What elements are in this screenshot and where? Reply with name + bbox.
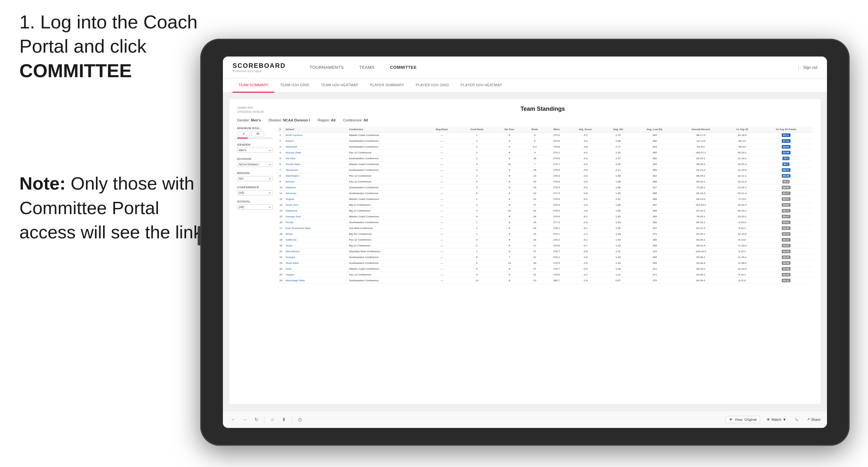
scoreboard-logo: SCOREBOARD Powered by clippd — [232, 62, 285, 73]
cell-avg-sg: 1.86 — [603, 185, 633, 191]
cell-conf-rank: 1 — [459, 249, 495, 254]
cell-wins: 277.0 — [546, 191, 567, 196]
cell-rnds: 4 — [524, 132, 546, 138]
cell-school: California — [284, 237, 348, 243]
cell-rank: 6 — [278, 161, 284, 167]
cell-adj-score: -3.8 — [567, 191, 603, 196]
cell-rank: 21 — [278, 249, 284, 254]
cell-overall: 100-27-1 — [677, 150, 725, 156]
table-header-row: # School Conference Reg Rank Conf Rank N… — [278, 127, 813, 132]
cell-avg-sg: 1.98 — [603, 173, 633, 179]
points-badge: 40.91 — [782, 244, 790, 247]
nav-committee[interactable]: COMMITTEE — [382, 57, 425, 79]
col-vs-top25: Vs Top 25 — [725, 127, 760, 132]
share-button[interactable]: ↗ Share — [807, 417, 820, 422]
table-row: 12 Virginia Atlantic Coast Conference — … — [278, 196, 813, 202]
table-row: 20 Texas Big 12 Conference — 2 8 27 279.… — [278, 243, 813, 249]
cell-wins: 279.2 — [546, 254, 567, 260]
tablet-container: SCOREBOARD Powered by clippd TOURNAMENTS… — [200, 39, 849, 446]
cell-avg-low: 266 — [633, 254, 676, 260]
cell-overall: 117-4-0 — [677, 138, 725, 144]
cell-rank: 16 — [278, 220, 284, 225]
cell-avg-low: 203 — [633, 144, 676, 150]
points-badge: 60.71 — [782, 191, 790, 195]
school-name: Arkansas — [285, 192, 296, 195]
school-name: Georgia Tech — [285, 215, 301, 218]
cell-school: North Carolina — [284, 132, 348, 138]
sign-out-link[interactable]: Sign out — [803, 65, 817, 70]
cell-rank: 18 — [278, 231, 284, 237]
cell-vs-top50: 48.42 — [759, 260, 813, 266]
cell-avg-sg: 1.98 — [603, 179, 633, 185]
filter-conference-select[interactable]: (All) ▼ — [237, 190, 273, 195]
col-reg-rank: Reg Rank — [425, 127, 459, 132]
sub-nav-player-summary[interactable]: PLAYER SUMMARY — [364, 79, 410, 93]
filter-gender-select[interactable]: Men's ▼ — [237, 148, 273, 153]
points-badge: 40.18 — [782, 273, 790, 276]
filter-slider-fill — [237, 137, 248, 138]
cell-overall: 90-32-2 — [677, 266, 725, 272]
school-name: Florida — [285, 221, 293, 224]
col-rank: # — [278, 127, 284, 132]
cell-conf-rank: 2 — [459, 161, 495, 167]
chevron-down-icon-4: ▼ — [269, 192, 271, 194]
filter-school-value: (All) — [239, 206, 244, 209]
watch-label: Watch — [771, 417, 781, 422]
nav-tournaments[interactable]: TOURNAMENTS — [302, 57, 351, 79]
cell-vs-top50: 42.98 — [759, 266, 813, 272]
update-time: Update time: 27/03/2024 16:56:26 — [237, 105, 266, 114]
sub-nav-team-h2h-heatmap[interactable]: TEAM H2H HEATMAP — [315, 79, 364, 93]
cell-rank: 24 — [278, 266, 284, 272]
chevron-down-icon-5: ▼ — [269, 206, 271, 208]
refresh-icon[interactable]: ↻ — [253, 416, 260, 424]
back-icon[interactable]: ← — [229, 416, 237, 424]
clock-icon[interactable]: ◷ — [296, 416, 304, 424]
sub-nav-team-h2h-grid[interactable]: TEAM H2H GRID — [274, 79, 315, 93]
cell-no-tour: 9 — [495, 132, 524, 138]
cell-wins: 276.3 — [546, 173, 567, 179]
view-original-button[interactable]: 👁 View: Original — [725, 416, 760, 423]
cell-conference: Atlantic Coast Conference — [347, 266, 425, 272]
cell-conference: Pac-12 Conference — [347, 237, 425, 243]
points-badge: 80.57 — [782, 197, 790, 201]
cell-school: Arkansas — [284, 191, 348, 196]
filter-region-select[interactable]: N/A ▼ — [237, 176, 273, 181]
filter-min-val[interactable]: 4 — [237, 131, 250, 136]
cell-conf-rank: 9 — [459, 260, 495, 266]
cell-rnds: 27 — [524, 243, 546, 249]
filter-slider — [237, 137, 273, 138]
filter-division-label: Division — [237, 157, 273, 160]
cell-avg-low: 269 — [633, 243, 676, 249]
cell-vs-top25: 30-15-1 — [725, 208, 760, 214]
cell-conf-rank: 4 — [459, 167, 495, 173]
bookmark-icon[interactable]: ☆ — [269, 416, 276, 424]
col-conf-rank: Conf Rank — [459, 127, 495, 132]
cell-vs-top25: 10-23-0 — [725, 266, 760, 272]
cell-conf-rank: 6 — [459, 191, 495, 196]
cell-avg-low: 270 — [633, 278, 676, 284]
nav-teams[interactable]: TEAMS — [351, 57, 382, 79]
col-adj-score: Adj. Score — [567, 127, 603, 132]
points-badge: 42.98 — [782, 267, 790, 271]
filter-school-select[interactable]: (All) ▼ — [237, 205, 273, 210]
expand-icon[interactable]: ⤡ — [793, 416, 801, 424]
cell-reg-rank: — — [425, 220, 459, 225]
sub-nav-team-summary[interactable]: TEAM SUMMARY — [232, 79, 274, 93]
cell-avg-low: 221 — [633, 266, 676, 272]
sub-nav-player-h2h-heatmap[interactable]: PLAYER H2H HEATMAP — [455, 79, 508, 93]
cell-conference: Southeastern Conference — [347, 220, 425, 225]
cell-rnds: 6 — [524, 138, 546, 144]
cell-vs-top50: 50.94 — [759, 185, 813, 191]
watch-button[interactable]: 👁 Watch ▼ — [767, 417, 786, 422]
sub-nav-player-h2h-grid[interactable]: PLAYER H2H GRID — [410, 79, 455, 93]
filter-division-select[interactable]: NCAA Division I ▼ — [237, 162, 273, 167]
filter-max-val[interactable]: 30 — [251, 131, 264, 136]
cell-vs-top25: 13-24-1 — [725, 185, 760, 191]
forward-icon[interactable]: → — [241, 416, 249, 424]
share-icon-toolbar[interactable]: ⬆ — [280, 416, 288, 424]
col-overall: Overall Record — [677, 127, 725, 132]
col-rnds: Rnds — [524, 127, 546, 132]
filter-region-value: N/A — [239, 177, 244, 180]
cell-reg-rank: — — [425, 144, 459, 150]
cell-rank: 17 — [278, 225, 284, 231]
